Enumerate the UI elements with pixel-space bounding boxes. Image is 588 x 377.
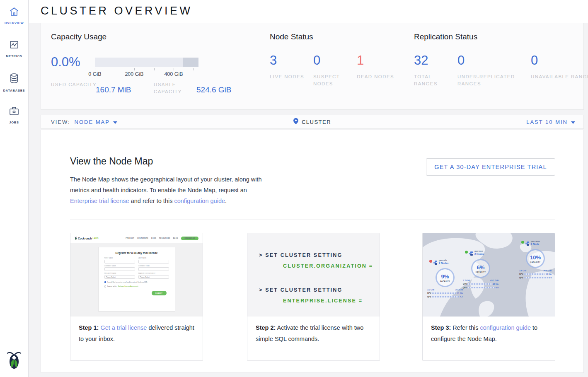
tick-label-400: 400 GiB [162, 71, 185, 77]
mini-nav-item: RESOURCES [159, 237, 170, 239]
mini-cockroach-logo: Cockroach LABS [75, 237, 99, 240]
mini-input [104, 267, 135, 271]
metrics-icon [9, 40, 19, 51]
tick-label-200: 200 GiB [123, 71, 146, 77]
capacity-used: 3.6 GiB [519, 269, 526, 272]
usable-capacity-label: USABLE CAPACITY [154, 81, 199, 95]
step-1-caption: Step 1: Get a trial license delivered st… [70, 317, 203, 345]
cpu-value: 58.3% [546, 273, 552, 276]
cluster-summary-panel: Capacity Usage 0.0% 0 GiB 200 GiB 400 Gi… [41, 23, 584, 110]
cpu-label: CPU [519, 273, 523, 275]
status-dot-green-icon [465, 251, 468, 254]
get-trial-license-link[interactable]: Get a trial license [100, 324, 147, 331]
capacity-percent: 6% [477, 264, 485, 271]
sidebar-label-databases: DATABASES [3, 89, 25, 92]
locality-node-count: 2 Nodes [439, 262, 448, 265]
view-bar: VIEW: NODE MAP CLUSTER LAST 10 MIN [41, 115, 584, 129]
mini-site-nav: PRODUCT CUSTOMERS DOCS RESOURCES BLOG DO… [126, 237, 198, 240]
sidebar: OVERVIEW METRICS DATABASES JOBS [0, 0, 29, 377]
mini-field-label: FIRST NAME [104, 257, 135, 259]
enterprise-trial-license-link[interactable]: Enterprise trial license [70, 198, 129, 204]
capacity-label: CAPACITY [530, 261, 541, 263]
mini-checkbox-checked [104, 281, 106, 283]
node-map-heading: View the Node Map [70, 156, 153, 167]
get-enterprise-trial-button[interactable]: GET A 30-DAY ENTERPRISE TRIAL [426, 158, 555, 176]
mini-checkbox-label: I would like to receive email updates ab… [107, 281, 148, 283]
cpu-label: CPU [463, 283, 467, 285]
under-replicated-ranges-value: 0 [457, 53, 528, 68]
configuration-guide-link-2[interactable]: configuration guide [480, 324, 531, 331]
capacity-bar-chart: 0 GiB 200 GiB 400 GiB [95, 58, 198, 77]
step-2-code-preview: > SET CLUSTER SETTING CLUSTER.ORGANIZATI… [247, 233, 380, 317]
mini-trial-form: Register for a 30-day trial license FIRS… [98, 247, 175, 312]
qps-value: 6.4 [549, 276, 552, 279]
sql-statement-setting: CLUSTER.ORGANIZATION = [283, 263, 380, 269]
capacity-percent: 9% [441, 273, 449, 280]
location-pin-icon [293, 118, 298, 126]
breadcrumb-cluster: CLUSTER [302, 119, 331, 125]
description-text: The Node Map shows the geographical layo… [70, 176, 262, 193]
dead-nodes-stat: 1 DEAD NODES [357, 53, 395, 80]
sidebar-item-databases[interactable]: DATABASES [0, 73, 28, 93]
total-ranges-stat: 32 TOTAL RANGES [414, 53, 452, 87]
qps-bar [467, 287, 495, 288]
mini-download-button: DOWNLOAD [181, 237, 198, 240]
locality-bubble-ams: geo=ams 1 Node 10% CAPACITY 3.6 GiB 36.6… [517, 240, 554, 279]
mini-field-label: COMPANY EMAIL [138, 265, 169, 267]
description-text: and refer to this [131, 198, 173, 204]
qps-label: QPS [427, 296, 431, 298]
locality-name: geo=nyc [474, 250, 484, 253]
capacity-ring: 9% CAPACITY [436, 268, 455, 287]
capacity-bar-nonusable-segment [183, 58, 198, 67]
cpu-value: 42.5% [493, 283, 498, 285]
mini-logo-suffix: LABS [93, 237, 99, 239]
sidebar-label-jobs: JOBS [9, 121, 19, 124]
locality-bubble-sfo: geo=sfo 2 Nodes 9% CAPACITY 3.2 GiB 351 … [425, 259, 465, 298]
mini-license-link: Software License Agreement. [118, 285, 138, 287]
step-1-card: Cockroach LABS PRODUCT CUSTOMERS DOCS RE… [70, 233, 203, 361]
header-strip: CLUSTER OVERVIEW [29, 0, 588, 23]
mini-nav-item: PRODUCT [126, 237, 134, 239]
main-content: CLUSTER OVERVIEW Capacity Usage 0.0% 0 G… [29, 0, 588, 377]
configuration-guide-link[interactable]: configuration guide [174, 198, 225, 204]
step-3-caption: Step 3: Refer this configuration guide t… [423, 317, 555, 345]
nodes-cube-icon [525, 240, 530, 247]
chevron-down-icon [571, 118, 575, 126]
locality-name: geo=ams [531, 240, 540, 243]
dead-nodes-label: DEAD NODES [357, 73, 395, 80]
mini-input [138, 267, 169, 271]
sidebar-item-overview[interactable]: OVERVIEW [0, 7, 28, 27]
step-1-preview-image: Cockroach LABS PRODUCT CUSTOMERS DOCS RE… [70, 233, 203, 317]
under-replicated-ranges-stat: 0 UNDER-REPLICATED RANGES [457, 53, 528, 87]
sidebar-item-metrics[interactable]: METRICS [0, 40, 28, 60]
nodes-cube-icon [433, 259, 438, 266]
time-range-dropdown[interactable]: LAST 10 MIN [526, 115, 575, 128]
capacity-ring: 6% CAPACITY [471, 259, 490, 278]
mini-field-label: LAST NAME [138, 257, 169, 259]
mini-form-title: Register for a 30-day trial license [104, 251, 169, 254]
suspect-nodes-value: 0 [313, 53, 351, 68]
qps-label: QPS [463, 287, 467, 289]
capacity-used-percent: 0.0% [51, 55, 80, 70]
sidebar-item-jobs[interactable]: JOBS [0, 106, 28, 126]
cpu-label: CPU [427, 292, 431, 294]
capacity-used: 3.7 GiB [463, 279, 470, 282]
total-ranges-label: TOTAL RANGES [414, 73, 452, 87]
capacity-ring: 10% CAPACITY [526, 249, 545, 268]
cpu-bar [467, 283, 492, 285]
total-ranges-value: 32 [414, 53, 452, 68]
live-nodes-value: 3 [270, 53, 308, 68]
sql-statement-keyword: > SET CLUSTER SETTING [259, 252, 380, 258]
locality-node-count: 1 Node [531, 243, 540, 246]
qps-value: 0.0 [496, 286, 498, 289]
step-2-label: Step 2: [256, 324, 276, 331]
time-range-value: LAST 10 MIN [526, 119, 568, 125]
sql-statement-setting: ENTERPRISE.LICENSE = [283, 298, 380, 304]
mini-select: Please Select [104, 275, 135, 279]
section-divider [70, 220, 555, 220]
usable-capacity-value: 524.6 GiB [196, 85, 232, 94]
node-map-panel: View the Node Map The Node Map shows the… [41, 130, 584, 373]
under-replicated-ranges-label: UNDER-REPLICATED RANGES [457, 73, 528, 87]
cpu-value: 11.0% [457, 292, 463, 295]
breadcrumb: CLUSTER [41, 115, 583, 128]
